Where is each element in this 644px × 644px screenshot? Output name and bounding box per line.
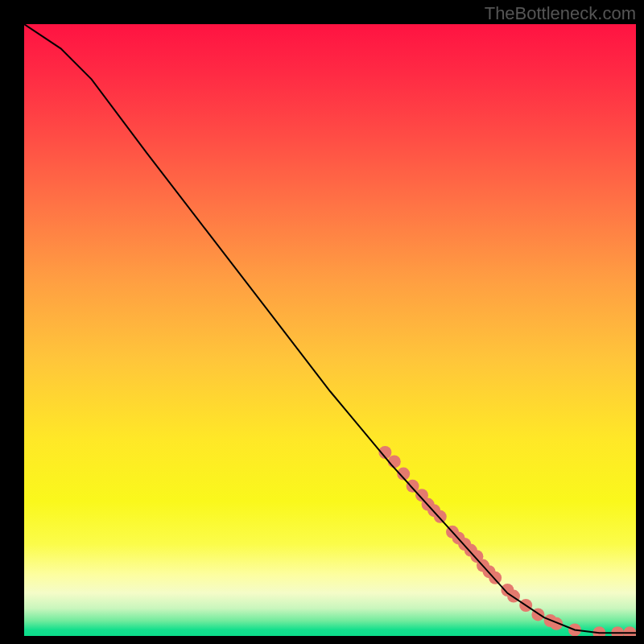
data-point bbox=[623, 626, 636, 636]
data-point bbox=[611, 626, 624, 636]
bottleneck-curve bbox=[24, 24, 636, 633]
curve-layer bbox=[24, 24, 636, 636]
data-point bbox=[592, 626, 605, 636]
data-point bbox=[434, 510, 447, 523]
data-markers bbox=[378, 446, 636, 636]
chart-container: TheBottleneck.com bbox=[0, 0, 644, 644]
plot-area bbox=[24, 24, 636, 636]
data-point bbox=[388, 455, 401, 468]
watermark-text: TheBottleneck.com bbox=[485, 3, 636, 24]
data-point bbox=[407, 480, 419, 493]
